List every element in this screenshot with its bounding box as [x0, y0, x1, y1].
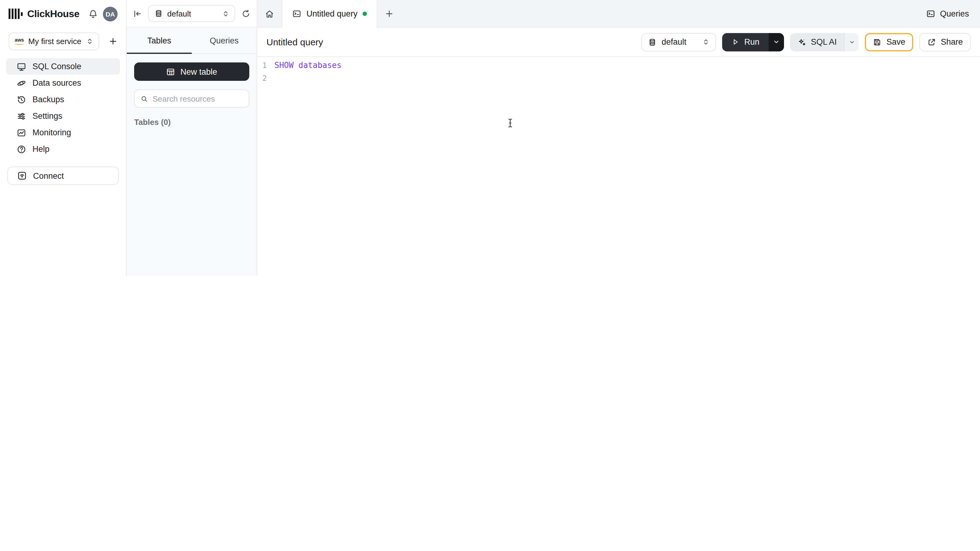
service-row: aws My first service — [9, 32, 118, 50]
resource-explorer: default Tables Queries New table — [127, 0, 257, 275]
terminal-icon — [926, 9, 935, 18]
share-label: Share — [941, 37, 963, 46]
connect-icon — [17, 171, 27, 181]
explorer-tabs: Tables Queries — [127, 27, 257, 54]
brand-name[interactable]: ClickHouse — [27, 8, 79, 19]
new-table-button[interactable]: New table — [134, 62, 249, 81]
monitoring-chart-icon — [16, 128, 26, 137]
line-number: 1 — [257, 61, 272, 70]
sidebar-item-monitoring[interactable]: Monitoring — [6, 124, 120, 141]
chevron-updown-icon — [703, 38, 709, 45]
sidebar: ClickHouse DA aws My first service — [0, 0, 127, 275]
logo-row: ClickHouse DA — [0, 0, 126, 27]
backups-history-icon — [16, 95, 26, 105]
home-icon[interactable] — [257, 0, 282, 27]
sql-console-icon — [16, 62, 26, 71]
queries-button[interactable]: Queries — [926, 0, 969, 27]
chevron-updown-icon — [222, 10, 229, 17]
run-label: Run — [744, 37, 759, 46]
resource-search — [134, 89, 249, 108]
editor-line: 2 — [257, 71, 980, 84]
settings-sliders-icon — [16, 111, 26, 121]
sidebar-item-label: SQL Console — [32, 62, 81, 71]
sidebar-item-settings[interactable]: Settings — [6, 108, 120, 124]
resource-search-input[interactable] — [153, 94, 243, 103]
new-tab-button[interactable] — [377, 0, 401, 27]
search-icon — [140, 95, 148, 103]
save-label: Save — [886, 37, 905, 46]
query-database-value: default — [662, 37, 698, 46]
connect-button[interactable]: Connect — [7, 167, 119, 185]
query-header: Untitled query default — [257, 27, 980, 57]
refresh-icon[interactable] — [241, 9, 250, 18]
query-controls: default Run — [641, 33, 971, 51]
tabstrip-spacer — [401, 0, 926, 27]
share-button[interactable]: Share — [920, 33, 971, 51]
terminal-icon — [293, 9, 302, 18]
sidebar-item-help[interactable]: Help — [6, 141, 120, 157]
sql-ai-button-group: SQL AI — [790, 33, 859, 51]
sql-ai-label: SQL AI — [811, 37, 837, 46]
clickhouse-logo-icon[interactable] — [9, 9, 22, 19]
sparkles-icon — [797, 38, 806, 46]
database-icon — [154, 9, 163, 18]
service-name: My first service — [28, 37, 82, 46]
table-icon — [166, 67, 175, 76]
database-icon — [648, 38, 657, 46]
query-database-selector[interactable]: default — [641, 33, 716, 51]
service-selector[interactable]: aws My first service — [9, 32, 99, 50]
main-area: Untitled query Queries Untitled query — [257, 0, 980, 275]
sidebar-item-data-sources[interactable]: Data sources — [6, 75, 120, 91]
sidebar-item-label: Settings — [32, 111, 62, 121]
run-options-caret[interactable] — [769, 33, 784, 51]
tab-queries[interactable]: Queries — [192, 27, 257, 53]
chevron-updown-icon — [86, 38, 93, 45]
sidebar-item-label: Monitoring — [32, 128, 71, 137]
editor-line: 1 SHOW databases — [257, 59, 980, 71]
collapse-panel-icon[interactable] — [133, 9, 142, 18]
save-floppy-icon — [873, 38, 881, 46]
run-button-group: Run — [722, 33, 784, 51]
sql-ai-options-caret[interactable] — [844, 33, 859, 51]
unsaved-changes-dot — [362, 12, 367, 16]
run-button[interactable]: Run — [722, 33, 769, 51]
sidebar-item-label: Backups — [32, 95, 64, 104]
play-icon — [731, 38, 739, 46]
sidebar-item-label: Data sources — [32, 78, 81, 87]
sql-editor[interactable]: 1 SHOW databases 2 — [257, 57, 980, 275]
new-table-label: New table — [180, 67, 217, 76]
database-selector-value: default — [167, 9, 218, 18]
aws-logo: aws — [15, 38, 24, 45]
tab-tables[interactable]: Tables — [127, 27, 192, 53]
explorer-topbar: default — [127, 0, 257, 27]
sidebar-item-backups[interactable]: Backups — [6, 91, 120, 108]
query-tab-title: Untitled query — [307, 9, 358, 18]
line-number: 2 — [257, 74, 272, 83]
query-tabstrip: Untitled query Queries — [257, 0, 980, 27]
database-selector[interactable]: default — [148, 5, 235, 22]
user-avatar[interactable]: DA — [103, 6, 118, 21]
help-icon — [16, 144, 26, 154]
data-sources-icon — [16, 78, 26, 88]
query-tab[interactable]: Untitled query — [282, 0, 377, 27]
connect-label: Connect — [33, 171, 64, 180]
sql-code: SHOW databases — [272, 60, 342, 70]
app-window: ClickHouse DA aws My first service — [0, 0, 980, 275]
add-service-button[interactable] — [108, 37, 118, 46]
sql-ai-button[interactable]: SQL AI — [790, 33, 844, 51]
save-button[interactable]: Save — [865, 33, 913, 51]
notifications-bell-icon[interactable] — [88, 9, 98, 19]
tables-count-label: Tables (0) — [134, 118, 249, 127]
sidebar-item-label: Help — [32, 144, 49, 154]
explorer-body: New table Tables (0) — [127, 54, 257, 135]
text-cursor-icon — [506, 118, 514, 128]
sidebar-item-sql-console[interactable]: SQL Console — [6, 58, 120, 75]
sidebar-nav: SQL Console Data sources Backups Setting… — [0, 58, 126, 157]
queries-button-label: Queries — [940, 9, 969, 18]
share-icon — [928, 38, 936, 46]
query-title[interactable]: Untitled query — [266, 37, 641, 47]
sidebar-spacer — [0, 185, 126, 275]
